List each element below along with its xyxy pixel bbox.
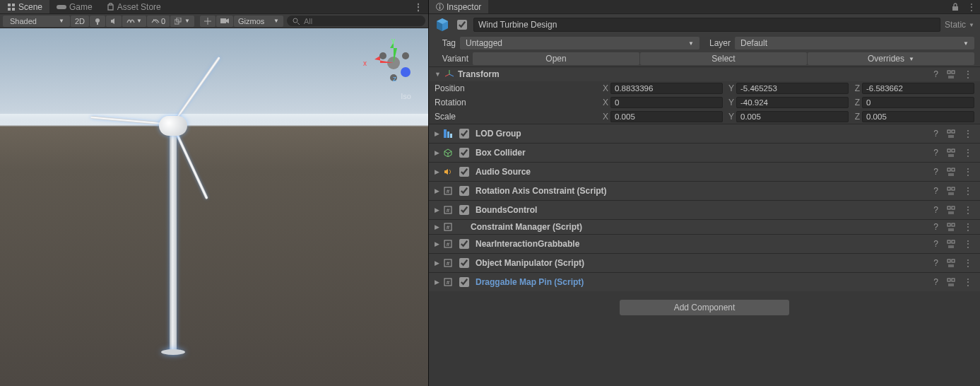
component-rotation-axis-constraint-script-[interactable]: ▶#Rotation Axis Constraint (Script)?⋮ — [429, 181, 980, 200]
layer-dropdown[interactable]: Default ▼ — [735, 37, 974, 49]
perspective-label[interactable]: Iso — [401, 92, 411, 100]
fold-icon[interactable]: ▶ — [435, 259, 439, 267]
component-menu-icon[interactable]: ⋮ — [962, 167, 974, 177]
scale-z[interactable] — [862, 111, 974, 122]
preset-icon[interactable] — [945, 206, 957, 214]
component-menu-icon[interactable]: ⋮ — [962, 186, 974, 196]
preset-icon[interactable] — [945, 148, 957, 157]
help-icon[interactable]: ? — [931, 186, 940, 196]
overrides-dropdown[interactable]: Overrides ▼ — [808, 52, 974, 65]
open-prefab-button[interactable]: Open — [473, 52, 639, 65]
component-enabled-checkbox[interactable] — [459, 129, 469, 139]
fold-icon[interactable]: ▶ — [435, 240, 439, 247]
static-dropdown[interactable]: Static ▼ — [945, 20, 974, 30]
wind-turbine-model[interactable] — [113, 85, 254, 375]
component-menu-icon[interactable]: ⋮ — [962, 205, 974, 215]
gameobject-name-field[interactable] — [473, 18, 940, 32]
panel-menu-icon[interactable]: ⋮ — [963, 2, 980, 12]
view-2d-toggle[interactable]: 2D — [71, 16, 89, 27]
fold-icon[interactable]: ▼ — [435, 71, 441, 78]
tag-dropdown[interactable]: Untagged ▼ — [460, 37, 699, 49]
help-icon[interactable]: ? — [931, 277, 940, 287]
preset-icon[interactable] — [945, 129, 957, 138]
component-nearinteractiongrabbable[interactable]: ▶#NearInteractionGrabbable?⋮ — [429, 234, 980, 253]
scene-viewport[interactable]: x y z Iso — [0, 28, 428, 386]
preset-icon[interactable] — [945, 240, 957, 248]
camera-button[interactable] — [216, 16, 233, 27]
component-enabled-checkbox[interactable] — [459, 167, 469, 177]
component-lod-group[interactable]: ▶LOD Group?⋮ — [429, 124, 980, 143]
chevron-down-icon: ▼ — [136, 18, 142, 24]
component-menu-icon[interactable]: ⋮ — [962, 222, 974, 232]
preset-icon[interactable] — [945, 278, 957, 286]
fx-toggle-icon[interactable]: ▼ — [122, 16, 146, 27]
component-menu-icon[interactable]: ⋮ — [962, 277, 974, 287]
component-menu-icon[interactable]: ⋮ — [962, 69, 974, 79]
help-icon[interactable]: ? — [931, 148, 940, 158]
component-object-manipulator-script-[interactable]: ▶#Object Manipulator (Script)?⋮ — [429, 253, 980, 272]
shading-mode-dropdown[interactable]: Shaded ▼ — [3, 16, 70, 27]
hidden-objects-button[interactable]: 0 — [147, 16, 170, 27]
tab-menu-icon[interactable]: ⋮ — [408, 2, 428, 12]
scale-x[interactable] — [610, 111, 723, 122]
component-menu-icon[interactable]: ⋮ — [962, 239, 974, 249]
fold-icon[interactable]: ▶ — [435, 149, 439, 156]
tab-game[interactable]: Game — [49, 0, 100, 13]
help-icon[interactable]: ? — [931, 239, 940, 249]
component-enabled-checkbox[interactable] — [459, 186, 469, 196]
tab-asset-store[interactable]: Asset Store — [100, 0, 168, 13]
fold-icon[interactable]: ▶ — [435, 187, 439, 194]
help-icon[interactable]: ? — [931, 129, 940, 139]
fold-icon[interactable]: ▶ — [435, 206, 439, 214]
scene-search[interactable] — [287, 16, 425, 26]
position-x[interactable] — [610, 83, 723, 94]
component-draggable-map-pin-script-[interactable]: ▶#Draggable Map Pin (Script)?⋮ — [429, 272, 980, 291]
lock-icon[interactable] — [947, 3, 963, 11]
position-y[interactable] — [736, 83, 849, 94]
gameobject-enabled-checkbox[interactable] — [457, 20, 467, 30]
rotation-z[interactable] — [862, 97, 974, 108]
preset-icon[interactable] — [945, 259, 957, 267]
component-menu-icon[interactable]: ⋮ — [962, 129, 974, 139]
scene-search-input[interactable] — [302, 16, 420, 26]
component-audio-source[interactable]: ▶Audio Source?⋮ — [429, 162, 980, 181]
component-menu-icon[interactable]: ⋮ — [962, 258, 974, 268]
orientation-gizmo[interactable]: x y z — [369, 38, 418, 88]
fold-icon[interactable]: ▶ — [435, 168, 439, 175]
gizmos-dropdown[interactable]: Gizmos ▼ — [234, 16, 283, 27]
preset-icon[interactable] — [945, 187, 957, 195]
rotation-y[interactable] — [736, 97, 849, 108]
scale-y[interactable] — [736, 111, 849, 122]
help-icon[interactable]: ? — [931, 167, 940, 177]
help-icon[interactable]: ? — [931, 69, 940, 79]
component-enabled-checkbox[interactable] — [459, 148, 469, 158]
preset-icon[interactable] — [945, 168, 957, 176]
component-enabled-checkbox[interactable] — [459, 277, 469, 287]
transform-header[interactable]: ▼ Transform ? ⋮ — [429, 66, 980, 81]
preset-icon[interactable] — [945, 223, 957, 231]
select-prefab-button[interactable]: Select — [640, 52, 807, 65]
fold-icon[interactable]: ▶ — [435, 130, 439, 137]
component-box-collider[interactable]: ▶Box Collider?⋮ — [429, 143, 980, 162]
fold-icon[interactable]: ▶ — [435, 223, 439, 230]
tab-scene[interactable]: Scene — [0, 0, 49, 13]
help-icon[interactable]: ? — [931, 258, 940, 268]
component-boundscontrol[interactable]: ▶#BoundsControl?⋮ — [429, 200, 980, 219]
fold-icon[interactable]: ▶ — [435, 279, 439, 286]
component-constraint-manager-script-[interactable]: ▶#Constraint Manager (Script)?⋮ — [429, 219, 980, 234]
tab-inspector[interactable]: Inspector — [429, 0, 488, 13]
help-icon[interactable]: ? — [931, 205, 940, 215]
add-component-button[interactable]: Add Component — [620, 300, 789, 315]
component-enabled-checkbox[interactable] — [459, 205, 469, 215]
position-z[interactable] — [862, 83, 974, 94]
help-icon[interactable]: ? — [931, 222, 940, 232]
tool-handles-button[interactable] — [200, 16, 216, 27]
component-enabled-checkbox[interactable] — [459, 258, 469, 268]
rotation-x[interactable] — [610, 97, 723, 108]
lighting-toggle-icon[interactable] — [90, 16, 105, 27]
component-enabled-checkbox[interactable] — [459, 239, 469, 249]
grid-toggle-button[interactable]: ▼ — [170, 16, 194, 27]
preset-icon[interactable] — [945, 70, 957, 78]
audio-toggle-icon[interactable] — [106, 16, 122, 27]
component-menu-icon[interactable]: ⋮ — [962, 148, 974, 158]
